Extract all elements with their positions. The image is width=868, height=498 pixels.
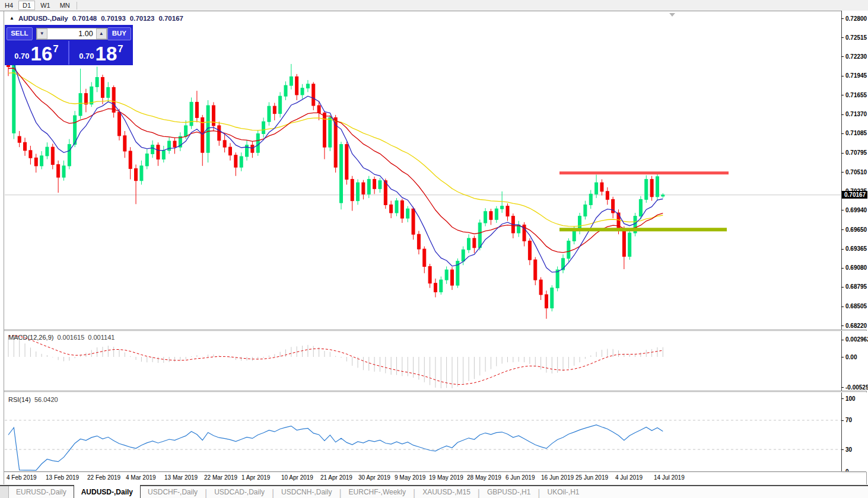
tab-eurusd-daily[interactable]: EURUSD-,Daily — [9, 486, 74, 498]
one-click-trade-panel: SELL ▼ ▲ BUY 0.70 16 7 0.70 18 7 — [5, 25, 133, 65]
price-axis-label: 0.70510 — [845, 169, 867, 175]
price-axis[interactable]: 0.728000.725150.722300.719450.716550.713… — [841, 11, 868, 330]
period-button-w1[interactable]: W1 — [36, 1, 55, 10]
tab-xauusd-m15[interactable]: XAUUSD-,M15 — [415, 486, 478, 498]
rsi-chart[interactable] — [5, 392, 841, 472]
ask-price-sup: 7 — [117, 43, 123, 55]
time-axis-label: 13 Mar 2019 — [164, 474, 198, 481]
volume-increase-button[interactable]: ▲ — [96, 28, 107, 39]
ohlc-open: 0.70148 — [72, 15, 97, 22]
rsi-label: RSI(14) 56.0420 — [8, 396, 58, 403]
rsi-axis-label: 100 — [845, 395, 856, 402]
tab-eurchf-weekly[interactable]: EURCHF-,Weekly — [342, 486, 413, 498]
macd-chart[interactable] — [5, 331, 841, 390]
chart-tabbar: EURUSD-,DailyAUDUSD-,DailyUSDCHF-,Daily|… — [0, 485, 868, 498]
price-axis-label: 0.68220 — [845, 323, 867, 329]
time-axis-label: 4 Jul 2019 — [615, 474, 643, 481]
price-axis-tick — [841, 37, 844, 38]
price-axis-label: 0.71085 — [845, 130, 867, 136]
price-axis-tick — [841, 172, 844, 173]
tab-usdchf-daily[interactable]: USDCHF-,Daily — [141, 486, 205, 498]
volume-spinner: ▼ ▲ — [36, 28, 107, 40]
bid-price-prefix: 0.70 — [14, 52, 29, 60]
chart-header: ▲ AUDUSD-,Daily 0.70148 0.70193 0.70123 … — [9, 15, 183, 22]
macd-axis[interactable]: 0.0029620.00-0.005255 — [841, 331, 868, 391]
time-axis[interactable]: 4 Feb 201913 Feb 201922 Feb 20194 Mar 20… — [4, 473, 841, 484]
time-axis-label: 25 Jun 2019 — [576, 474, 608, 481]
time-axis-label: 21 Apr 2019 — [320, 474, 352, 481]
ohlc-close: 0.70167 — [158, 15, 183, 22]
toolbar-separator — [77, 2, 77, 9]
rsi-axis-tick — [841, 420, 844, 421]
price-axis-label: 0.72800 — [845, 15, 867, 22]
price-axis-label: 0.72515 — [845, 34, 867, 41]
time-axis-label: 10 Apr 2019 — [281, 474, 313, 481]
time-axis-label: 19 May 2019 — [429, 474, 463, 481]
ohlc-low: 0.70123 — [130, 15, 155, 22]
price-axis-label: 0.70795 — [845, 149, 867, 156]
price-axis-tick — [841, 153, 844, 154]
time-axis-label: 4 Feb 2019 — [7, 474, 37, 481]
rsi-axis-line — [841, 392, 842, 472]
buy-button[interactable]: BUY — [107, 27, 131, 40]
volume-decrease-button[interactable]: ▼ — [37, 28, 47, 39]
ask-price-big: 18 — [96, 45, 117, 63]
price-axis-label: 0.68505 — [845, 303, 867, 309]
time-axis-label: 13 Feb 2019 — [46, 474, 79, 481]
price-axis-tick — [841, 133, 844, 134]
price-axis-tick — [841, 95, 844, 95]
price-axis-label: 0.71370 — [845, 111, 867, 117]
rsi-axis-tick — [841, 449, 844, 450]
tab-ukoil-h1[interactable]: UKOil-,H1 — [540, 486, 587, 498]
chart-shift-marker-icon[interactable] — [669, 13, 675, 17]
time-axis-label: 14 Jul 2019 — [654, 474, 685, 481]
macd-axis-label: -0.005255 — [845, 384, 868, 391]
period-button-h4[interactable]: H4 — [1, 1, 17, 10]
price-axis-label: 0.71945 — [845, 72, 867, 79]
macd-axis-label: 0.002962 — [845, 336, 868, 343]
price-axis-tick — [841, 114, 844, 115]
price-axis-label: 0.71655 — [845, 92, 867, 98]
rsi-axis-label: 70 — [845, 417, 852, 423]
price-axis-tick — [841, 249, 844, 250]
rsi-axis-tick — [841, 398, 844, 399]
time-axis-label: 4 Mar 2019 — [126, 474, 156, 481]
tab-usdcnh-daily[interactable]: USDCNH-,Daily — [274, 486, 339, 498]
bid-price-display[interactable]: 0.70 16 7 — [5, 41, 68, 65]
period-toolbar: H4D1W1MN — [0, 0, 868, 11]
price-axis-tick — [841, 210, 844, 210]
time-axis-label: 16 Jun 2019 — [541, 474, 574, 481]
time-axis-label: 30 Apr 2019 — [358, 474, 390, 481]
price-axis-tick — [841, 307, 844, 307]
macd-axis-tick — [841, 387, 844, 388]
ask-price-display[interactable]: 0.70 18 7 — [69, 41, 133, 65]
volume-input[interactable] — [47, 28, 96, 39]
macd-axis-label: 0.00 — [845, 354, 857, 360]
period-button-d1[interactable]: D1 — [18, 1, 35, 10]
macd-axis-tick — [841, 340, 844, 340]
tab-audusd-daily[interactable]: AUDUSD-,Daily — [74, 485, 141, 498]
macd-main-value: 0.001615 — [57, 334, 84, 341]
rsi-axis[interactable]: 10070300 — [841, 392, 868, 472]
price-axis-label: 0.69080 — [845, 264, 867, 271]
chart-symbol-label: AUDUSD-,Daily — [18, 15, 68, 22]
time-axis-label: 28 May 2019 — [467, 474, 501, 481]
macd-signal-value: 0.001141 — [88, 334, 115, 341]
price-axis-tick — [841, 325, 844, 326]
price-axis-tick — [841, 56, 844, 57]
tabbar-corner[interactable] — [0, 486, 9, 498]
sell-button[interactable]: SELL — [7, 27, 33, 40]
bid-price-big: 16 — [31, 45, 53, 63]
tab-gbpusd-h1[interactable]: GBPUSD-,H1 — [480, 486, 538, 498]
time-axis-label: 6 Jun 2019 — [505, 474, 535, 481]
time-axis-label: 22 Mar 2019 — [204, 474, 237, 481]
price-axis-tick — [841, 287, 844, 288]
rsi-value: 56.0420 — [34, 396, 58, 403]
current-price-tag: 0.70167 — [842, 191, 867, 199]
price-axis-tick — [841, 76, 844, 76]
symbol-triangle-icon: ▲ — [9, 15, 14, 21]
tab-usdcad-daily[interactable]: USDCAD-,Daily — [207, 486, 272, 498]
period-button-mn[interactable]: MN — [56, 1, 74, 10]
macd-label: MACD(12,26,9) 0.001615 0.001141 — [8, 334, 115, 341]
price-axis-label: 0.69650 — [845, 226, 867, 233]
